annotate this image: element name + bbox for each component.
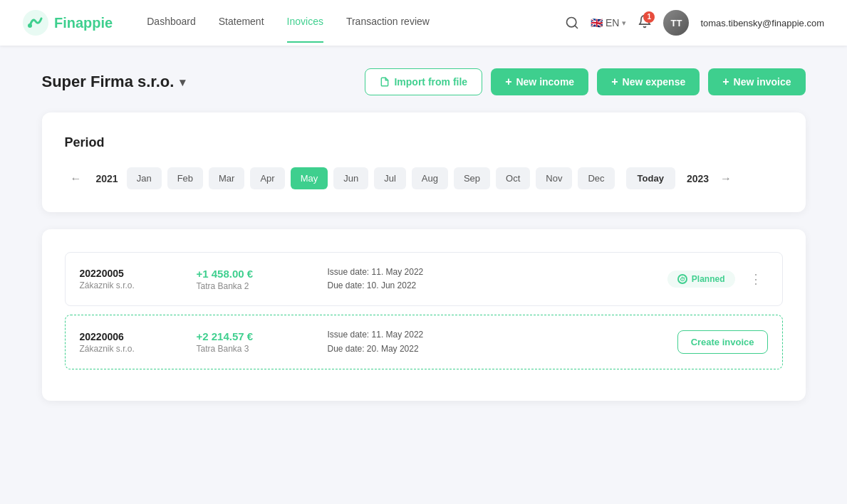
company-name: Super Firma s.r.o. bbox=[42, 73, 175, 91]
period-title: Period bbox=[65, 135, 783, 150]
prev-year-button[interactable]: ← bbox=[65, 169, 88, 188]
import-from-file-button[interactable]: Import from file bbox=[365, 68, 482, 95]
nav-invoices[interactable]: Inovices bbox=[287, 16, 323, 43]
new-income-button[interactable]: + New income bbox=[491, 68, 588, 95]
invoice-client: Zákaznik s.r.o. bbox=[80, 280, 180, 290]
next-year-button[interactable]: → bbox=[715, 169, 737, 188]
period-nav: ← 2021 Jan Feb Mar Apr May Jun Jul Aug S… bbox=[65, 167, 783, 189]
plus-icon: + bbox=[611, 75, 618, 88]
invoice-id-block: 20220006 Zákaznik s.r.o. bbox=[80, 331, 180, 354]
create-invoice-button[interactable]: Create invoice bbox=[677, 330, 768, 354]
file-icon bbox=[380, 77, 390, 87]
user-email: tomas.tibensky@finappie.com bbox=[700, 18, 824, 28]
notification-badge: 1 bbox=[643, 11, 655, 23]
month-jan[interactable]: Jan bbox=[127, 167, 162, 189]
main-content: Super Firma s.r.o. ▾ Import from file + … bbox=[25, 46, 823, 441]
due-date: Due date: 10. Jun 2022 bbox=[328, 279, 650, 293]
toolbar-actions: Import from file + New income + New expe… bbox=[365, 68, 805, 95]
invoice-amount: +2 214.57 € bbox=[197, 330, 311, 342]
nav-dashboard[interactable]: Dashboard bbox=[147, 16, 196, 30]
invoice-amount: +1 458.00 € bbox=[197, 268, 311, 280]
month-mar[interactable]: Mar bbox=[209, 167, 244, 189]
month-dec[interactable]: Dec bbox=[578, 167, 614, 189]
more-options-button[interactable]: ⋮ bbox=[744, 268, 768, 290]
nav-links: Dashboard Statement Inovices Transaction… bbox=[147, 16, 565, 30]
month-nov[interactable]: Nov bbox=[536, 167, 572, 189]
issue-date: Issue date: 11. May 2022 bbox=[328, 328, 660, 342]
company-selector[interactable]: Super Firma s.r.o. ▾ bbox=[42, 73, 186, 91]
month-feb[interactable]: Feb bbox=[167, 167, 203, 189]
nav-right: 🇬🇧 EN ▾ 1 TT tomas.tibensky@finappie.com bbox=[565, 10, 824, 36]
logo-icon bbox=[23, 10, 48, 36]
invoice-id-block: 20220005 Zákaznik s.r.o. bbox=[80, 268, 180, 290]
invoice-list-card: 20220005 Zákaznik s.r.o. +1 458.00 € Tat… bbox=[42, 229, 806, 401]
invoice-amount-block: +1 458.00 € Tatra Banka 2 bbox=[197, 268, 311, 291]
chevron-down-icon: ▾ bbox=[180, 75, 185, 89]
invoice-amount-block: +2 214.57 € Tatra Banka 3 bbox=[197, 330, 311, 354]
month-apr[interactable]: Apr bbox=[250, 167, 284, 189]
due-date: Due date: 20. May 2022 bbox=[328, 342, 660, 356]
toolbar: Super Firma s.r.o. ▾ Import from file + … bbox=[42, 68, 806, 95]
period-card: Period ← 2021 Jan Feb Mar Apr May Jun Ju… bbox=[42, 112, 806, 212]
invoice-bank: Tatra Banka 2 bbox=[197, 281, 311, 291]
invoice-id: 20220006 bbox=[80, 331, 180, 342]
month-jun[interactable]: Jun bbox=[333, 167, 368, 189]
new-invoice-button[interactable]: + New invoice bbox=[708, 68, 805, 95]
current-year-label: 2021 bbox=[96, 173, 118, 184]
table-row: 20220005 Zákaznik s.r.o. +1 458.00 € Tat… bbox=[65, 252, 783, 306]
plus-icon: + bbox=[505, 75, 511, 88]
search-button[interactable] bbox=[565, 16, 579, 30]
chevron-down-icon: ▾ bbox=[622, 19, 626, 28]
search-icon bbox=[565, 16, 579, 30]
month-oct[interactable]: Oct bbox=[496, 167, 530, 189]
today-button[interactable]: Today bbox=[626, 167, 675, 189]
table-row: 20220006 Zákaznik s.r.o. +2 214.57 € Tat… bbox=[65, 315, 783, 369]
invoice-id: 20220005 bbox=[80, 268, 180, 279]
navbar: Finappie Dashboard Statement Inovices Tr… bbox=[0, 0, 847, 46]
clock-icon: ⏱ bbox=[677, 274, 687, 284]
invoice-list: 20220005 Zákaznik s.r.o. +1 458.00 € Tat… bbox=[65, 252, 783, 378]
invoice-dates: Issue date: 11. May 2022 Due date: 10. J… bbox=[328, 266, 650, 293]
logo[interactable]: Finappie bbox=[23, 10, 113, 36]
month-sep[interactable]: Sep bbox=[454, 167, 490, 189]
svg-line-3 bbox=[575, 26, 578, 28]
lang-label: EN bbox=[606, 17, 619, 28]
month-jul[interactable]: Jul bbox=[374, 167, 406, 189]
language-selector[interactable]: 🇬🇧 EN ▾ bbox=[591, 17, 626, 28]
notifications-button[interactable]: 1 bbox=[638, 14, 652, 32]
invoice-bank: Tatra Banka 3 bbox=[197, 344, 311, 354]
issue-date: Issue date: 11. May 2022 bbox=[328, 266, 650, 279]
status-badge: ⏱ Planned bbox=[667, 271, 735, 288]
invoice-dates: Issue date: 11. May 2022 Due date: 20. M… bbox=[328, 328, 660, 355]
flag-icon: 🇬🇧 bbox=[591, 17, 603, 28]
svg-point-1 bbox=[28, 23, 32, 28]
plus-icon: + bbox=[722, 75, 729, 88]
month-may[interactable]: May bbox=[291, 167, 328, 189]
new-expense-button[interactable]: + New expense bbox=[597, 68, 700, 95]
invoice-status: ⏱ Planned bbox=[667, 271, 735, 288]
avatar[interactable]: TT bbox=[663, 10, 689, 36]
month-aug[interactable]: Aug bbox=[412, 167, 448, 189]
invoice-client: Zákaznik s.r.o. bbox=[80, 344, 180, 354]
logo-text: Finappie bbox=[54, 15, 113, 31]
next-year-label: 2023 bbox=[687, 173, 709, 184]
nav-statement[interactable]: Statement bbox=[219, 16, 264, 30]
nav-transaction-review[interactable]: Transaction review bbox=[346, 16, 430, 30]
